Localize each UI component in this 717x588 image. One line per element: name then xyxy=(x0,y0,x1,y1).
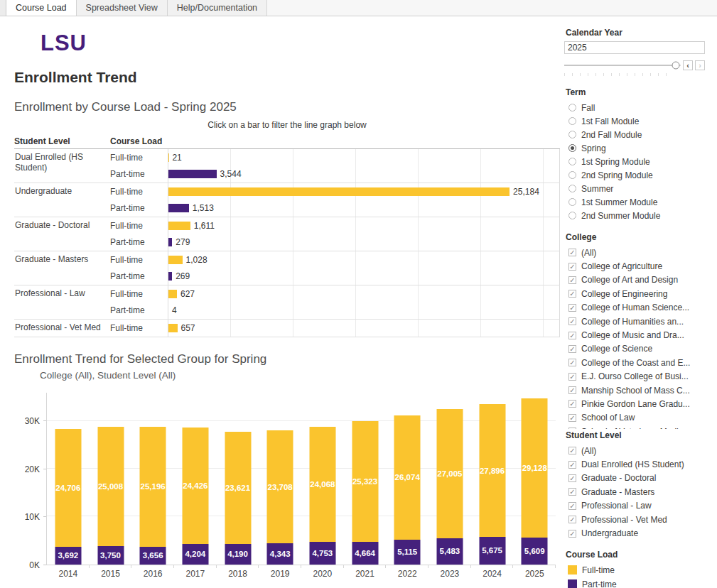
checkbox-professional-law[interactable]: ✓ xyxy=(568,502,576,510)
bar-professional-law-full-time[interactable] xyxy=(168,290,177,298)
radio-2nd-fall-module[interactable] xyxy=(568,131,576,138)
college-option-college-of-the-coast-and-e[interactable]: ✓College of the Coast and E... xyxy=(564,356,710,369)
full-time-segment[interactable]: 27,005 xyxy=(436,409,463,538)
full-time-segment[interactable]: 23,708 xyxy=(267,430,293,543)
course-load-cell[interactable]: Full-time xyxy=(110,323,168,333)
full-time-segment[interactable]: 23,621 xyxy=(225,432,251,545)
college-option-college-of-engineering[interactable]: ✓College of Engineering xyxy=(564,287,710,300)
radio-1st-fall-module[interactable] xyxy=(568,117,576,125)
radio-1st-spring-module[interactable] xyxy=(568,158,576,165)
part-time-segment[interactable]: 4,664 xyxy=(352,542,378,564)
checkbox-college-of-art-and-design[interactable]: ✓ xyxy=(568,276,576,284)
checkbox-college-of-engineering[interactable]: ✓ xyxy=(568,290,576,298)
student-level-option-undergraduate[interactable]: ✓Undergraduate xyxy=(564,526,710,540)
checkbox-pinkie-gordon-lane-gradu[interactable]: ✓ xyxy=(568,400,576,408)
student-level-option-all[interactable]: ✓(All) xyxy=(564,444,710,457)
student-level-cell[interactable]: Graduate - Masters xyxy=(14,251,110,285)
part-time-segment[interactable]: 5,609 xyxy=(522,538,548,565)
course-load-cell[interactable]: Part-time xyxy=(110,237,168,247)
radio-fall[interactable] xyxy=(568,104,576,111)
radio-2nd-spring-module[interactable] xyxy=(568,171,576,179)
part-time-segment[interactable]: 5,483 xyxy=(436,538,463,565)
course-load-cell[interactable]: Full-time xyxy=(110,221,168,231)
stacked-bar-2022[interactable]: 26,0745,115 xyxy=(394,393,421,565)
course-load-cell[interactable]: Part-time xyxy=(110,169,168,179)
part-time-segment[interactable]: 3,656 xyxy=(140,547,166,565)
full-time-segment[interactable]: 25,323 xyxy=(352,421,378,542)
stacked-bar-2023[interactable]: 27,0055,483 xyxy=(436,393,463,565)
checkbox-professional-vet-med[interactable]: ✓ xyxy=(568,516,576,523)
legend-item-part-time[interactable]: Part-time xyxy=(564,577,710,588)
tab-course-load[interactable]: Course Load xyxy=(6,0,77,16)
college-option-school-of-veterinary-medi[interactable]: ✓School of Veterinary Medi... xyxy=(564,425,710,429)
college-option-pinkie-gordon-lane-gradu[interactable]: ✓Pinkie Gordon Lane Gradu... xyxy=(564,397,710,410)
student-level-option-graduate-doctoral[interactable]: ✓Graduate - Doctoral xyxy=(564,472,710,485)
stacked-bar-2014[interactable]: 24,7063,692 xyxy=(55,393,81,565)
course-load-cell[interactable]: Full-time xyxy=(110,187,168,197)
student-level-option-dual-enrolled-hs-student[interactable]: ✓Dual Enrolled (HS Student) xyxy=(564,457,710,471)
calendar-year-input[interactable] xyxy=(564,41,705,54)
checkbox-college-of-music-and-dra[interactable]: ✓ xyxy=(568,332,576,339)
college-option-manship-school-of-mass-c[interactable]: ✓Manship School of Mass C... xyxy=(564,383,710,397)
checkbox-college-of-humanities-an[interactable]: ✓ xyxy=(568,317,576,325)
checkbox-all[interactable]: ✓ xyxy=(568,447,576,454)
checkbox-graduate-masters[interactable]: ✓ xyxy=(568,488,576,496)
checkbox-undergraduate[interactable]: ✓ xyxy=(568,530,576,538)
stacked-bar-2020[interactable]: 24,0684,753 xyxy=(309,393,335,565)
checkbox-school-of-veterinary-medi[interactable]: ✓ xyxy=(568,428,576,429)
college-option-college-of-humanities-an[interactable]: ✓College of Humanities an... xyxy=(564,315,710,328)
student-level-option-professional-vet-med[interactable]: ✓Professional - Vet Med xyxy=(564,513,710,526)
legend-item-full-time[interactable]: Full-time xyxy=(564,563,710,577)
course-load-cell[interactable]: Full-time xyxy=(110,153,168,163)
calendar-year-slider-track[interactable] xyxy=(564,65,681,66)
term-option-1st-summer-module[interactable]: 1st Summer Module xyxy=(564,195,710,209)
bar-professional-vet-med-full-time[interactable] xyxy=(168,324,178,332)
full-time-segment[interactable]: 29,128 xyxy=(522,398,548,538)
part-time-segment[interactable]: 4,343 xyxy=(267,543,293,564)
student-level-option-graduate-masters[interactable]: ✓Graduate - Masters xyxy=(564,485,710,499)
term-option-2nd-spring-module[interactable]: 2nd Spring Module xyxy=(564,168,710,182)
stacked-bar-2024[interactable]: 27,8965,675 xyxy=(479,393,505,565)
tab-spreadsheet-view[interactable]: Spreadsheet View xyxy=(77,0,168,16)
term-option-summer[interactable]: Summer xyxy=(564,182,710,195)
full-time-segment[interactable]: 26,074 xyxy=(394,415,421,540)
checkbox-school-of-law[interactable]: ✓ xyxy=(568,414,576,422)
part-time-segment[interactable]: 3,750 xyxy=(97,546,124,564)
stacked-bar-2016[interactable]: 25,1963,656 xyxy=(140,393,166,565)
college-option-all[interactable]: ✓(All) xyxy=(564,246,710,259)
part-time-segment[interactable]: 5,115 xyxy=(394,540,421,564)
student-level-cell[interactable]: Graduate - Doctoral xyxy=(14,217,110,251)
college-option-college-of-art-and-design[interactable]: ✓College of Art and Design xyxy=(564,273,710,287)
student-level-cell[interactable]: Undergraduate xyxy=(14,183,110,217)
term-option-spring[interactable]: Spring xyxy=(564,141,710,155)
tab-scroller[interactable] xyxy=(0,0,6,16)
part-time-segment[interactable]: 5,675 xyxy=(479,537,505,564)
checkbox-all[interactable]: ✓ xyxy=(568,249,576,256)
term-option-1st-spring-module[interactable]: 1st Spring Module xyxy=(564,155,710,168)
part-time-segment[interactable]: 4,190 xyxy=(225,544,251,564)
stacked-bar-2018[interactable]: 23,6214,190 xyxy=(225,393,251,565)
checkbox-dual-enrolled-hs-student[interactable]: ✓ xyxy=(568,461,576,469)
college-option-e-j-ourso-college-of-busi[interactable]: ✓E.J. Ourso College of Busi... xyxy=(564,370,710,383)
checkbox-college-of-science[interactable]: ✓ xyxy=(568,345,576,353)
term-option-1st-fall-module[interactable]: 1st Fall Module xyxy=(564,114,710,128)
college-option-school-of-law[interactable]: ✓School of Law xyxy=(564,411,710,425)
student-level-cell[interactable]: Dual Enrolled (HS Student) xyxy=(14,149,110,183)
checkbox-e-j-ourso-college-of-busi[interactable]: ✓ xyxy=(568,373,576,381)
stacked-bar-2021[interactable]: 25,3234,664 xyxy=(352,393,378,565)
student-level-cell[interactable]: Professional - Vet Med xyxy=(14,320,110,337)
legend-swatch-part-time[interactable] xyxy=(568,579,577,588)
year-prev-button[interactable]: ‹ xyxy=(683,60,693,70)
student-level-option-professional-law[interactable]: ✓Professional - Law xyxy=(564,499,710,513)
course-load-cell[interactable]: Full-time xyxy=(110,289,168,299)
part-time-segment[interactable]: 4,753 xyxy=(309,542,335,565)
full-time-segment[interactable]: 24,068 xyxy=(309,427,335,542)
stacked-bar-2019[interactable]: 23,7084,343 xyxy=(267,393,293,565)
checkbox-manship-school-of-mass-c[interactable]: ✓ xyxy=(568,386,576,394)
college-option-college-of-science[interactable]: ✓College of Science xyxy=(564,342,710,356)
course-load-cell[interactable]: Full-time xyxy=(110,255,168,265)
bar-dual-enrolled-hs-student-part-time[interactable] xyxy=(168,170,217,178)
course-load-cell[interactable]: Part-time xyxy=(110,305,168,315)
bar-undergraduate-part-time[interactable] xyxy=(168,204,189,212)
checkbox-college-of-the-coast-and-e[interactable]: ✓ xyxy=(568,359,576,366)
